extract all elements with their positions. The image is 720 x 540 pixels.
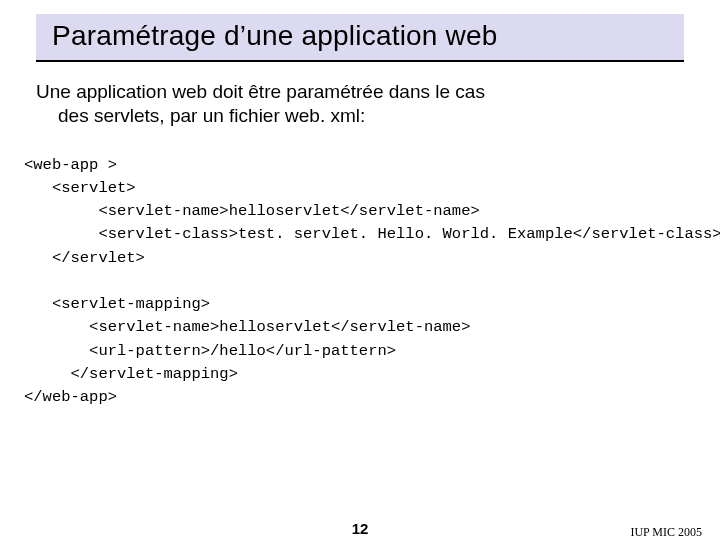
footer-credit: IUP MIC 2005 <box>630 525 702 540</box>
body-line-1: Une application web doit être paramétrée… <box>36 81 485 102</box>
code-block: <web-app > <servlet> <servlet-name>hello… <box>24 154 696 410</box>
title-band: Paramétrage d’une application web <box>36 14 684 62</box>
body-line-2: des servlets, par un fichier web. xml: <box>36 104 684 128</box>
slide-title: Paramétrage d’une application web <box>52 20 674 52</box>
page-number: 12 <box>352 520 369 537</box>
footer: 12 IUP MIC 2005 <box>0 520 720 540</box>
slide: Paramétrage d’une application web Une ap… <box>0 14 720 540</box>
body-text: Une application web doit être paramétrée… <box>36 80 684 128</box>
